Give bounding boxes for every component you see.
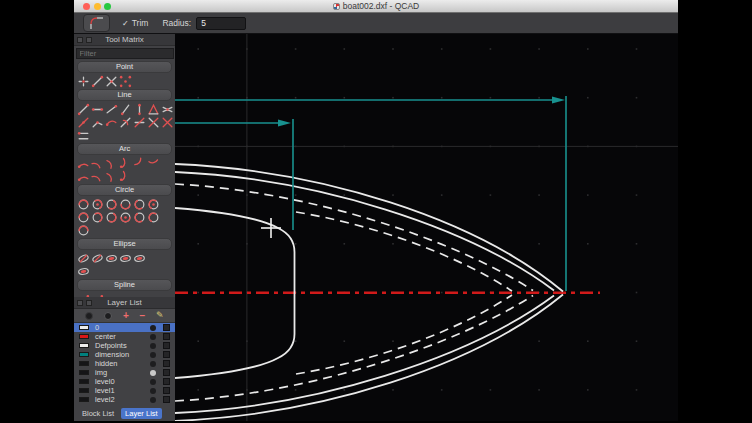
ellipse-tool-icon[interactable]: [91, 251, 104, 264]
point-tool-icon[interactable]: [105, 74, 118, 87]
layer-lock-icon[interactable]: [163, 369, 170, 376]
layer-visibility-icon[interactable]: [150, 379, 156, 385]
arc-tool-icon[interactable]: [147, 156, 160, 169]
circle-tool-icon[interactable]: [147, 197, 160, 210]
line-tool-icon[interactable]: [77, 115, 90, 128]
line-tool-icon[interactable]: [119, 115, 132, 128]
layer-lock-icon[interactable]: [163, 351, 170, 358]
show-all-layers-icon[interactable]: [104, 312, 112, 320]
tab-block-list[interactable]: Block List: [78, 408, 118, 419]
layer-row-Defpoints[interactable]: Defpoints: [74, 341, 175, 350]
section-header-arc[interactable]: Arc: [77, 143, 172, 155]
section-header-spline[interactable]: Spline: [77, 279, 172, 291]
circle-tool-icon[interactable]: [91, 210, 104, 223]
line-tool-icon[interactable]: [133, 115, 146, 128]
layer-visibility-icon[interactable]: [150, 361, 156, 367]
layer-lock-icon[interactable]: [163, 396, 170, 403]
circle-tool-icon[interactable]: [77, 210, 90, 223]
circle-tool-icon[interactable]: [91, 197, 104, 210]
arc-tool-icon[interactable]: [91, 169, 104, 182]
circle-tool-icon[interactable]: [77, 197, 90, 210]
arc-tool-icon[interactable]: [133, 156, 146, 169]
circle-tool-icon[interactable]: [119, 197, 132, 210]
layer-visibility-icon[interactable]: [150, 388, 156, 394]
trim-checkbox[interactable]: ✓ Trim: [122, 18, 148, 28]
line-tool-icon[interactable]: [91, 115, 104, 128]
ellipse-tool-icon[interactable]: [77, 264, 90, 277]
tool-row: [74, 156, 175, 169]
layer-row-level1[interactable]: level1: [74, 386, 175, 395]
ellipse-tool-icon[interactable]: [133, 251, 146, 264]
arc-tool-icon[interactable]: [119, 169, 132, 182]
arc-tool-icon[interactable]: [77, 156, 90, 169]
radius-input[interactable]: [196, 17, 246, 30]
dock-float-icon[interactable]: [77, 300, 83, 306]
tool-filter-input[interactable]: [76, 48, 174, 59]
circle-tool-icon[interactable]: [147, 210, 160, 223]
layer-row-0[interactable]: 0: [74, 323, 175, 332]
point-tool-icon[interactable]: [91, 74, 104, 87]
layer-lock-icon[interactable]: [163, 387, 170, 394]
line-tool-icon[interactable]: [91, 102, 104, 115]
circle-tool-icon[interactable]: [133, 210, 146, 223]
layer-visibility-icon[interactable]: [150, 343, 156, 349]
arc-tool-icon[interactable]: [119, 156, 132, 169]
line-tool-icon[interactable]: [119, 102, 132, 115]
line-tool-icon[interactable]: [105, 115, 118, 128]
section-header-ellipse[interactable]: Ellipse: [77, 238, 172, 250]
circle-tool-icon[interactable]: [119, 210, 132, 223]
ellipse-tool-icon[interactable]: [77, 251, 90, 264]
dock-close-icon[interactable]: [86, 37, 92, 43]
arc-tool-icon[interactable]: [105, 169, 118, 182]
drawing-canvas[interactable]: 5: [175, 34, 678, 421]
arc-tool-icon[interactable]: [105, 156, 118, 169]
dock-close-icon[interactable]: [86, 300, 92, 306]
layer-row-center[interactable]: center: [74, 332, 175, 341]
section-header-circle[interactable]: Circle: [77, 184, 172, 196]
line-tool-icon[interactable]: [77, 102, 90, 115]
arc-tool-icon[interactable]: [91, 156, 104, 169]
edit-layer-icon[interactable]: ✎: [156, 311, 164, 320]
tab-layer-list[interactable]: Layer List: [121, 408, 162, 419]
point-tool-icon[interactable]: [119, 74, 132, 87]
layer-lock-icon[interactable]: [163, 378, 170, 385]
layer-row-img[interactable]: img: [74, 368, 175, 377]
section-header-line[interactable]: Line: [77, 89, 172, 101]
layer-row-hidden[interactable]: hidden: [74, 359, 175, 368]
hide-all-layers-icon[interactable]: [85, 312, 93, 320]
ellipse-tool-icon[interactable]: [119, 251, 132, 264]
line-tool-icon[interactable]: [147, 115, 160, 128]
layer-row-level0[interactable]: level0: [74, 377, 175, 386]
layer-lock-icon[interactable]: [163, 324, 170, 331]
ellipse-tool-icon[interactable]: [105, 251, 118, 264]
layer-visibility-icon[interactable]: [150, 325, 156, 331]
line-tool-icon[interactable]: [133, 102, 146, 115]
point-tool-icon[interactable]: [77, 74, 90, 87]
layer-row-level2[interactable]: level2: [74, 395, 175, 404]
layer-lock-icon[interactable]: [163, 342, 170, 349]
remove-layer-icon[interactable]: −: [139, 311, 145, 320]
layer-visibility-icon[interactable]: [150, 397, 156, 403]
circle-tool-icon[interactable]: [105, 197, 118, 210]
circle-tool-icon[interactable]: [77, 223, 90, 236]
layer-visibility-icon[interactable]: [150, 334, 156, 340]
left-dock: Tool Matrix PointLineArcCircleEllipseSpl…: [74, 34, 176, 421]
section-header-point[interactable]: Point: [77, 61, 172, 73]
line-tool-icon[interactable]: [105, 102, 118, 115]
line-tool-icon[interactable]: [77, 128, 90, 141]
line-tool-icon[interactable]: [161, 115, 174, 128]
layer-visibility-icon[interactable]: [150, 352, 156, 358]
layer-lock-icon[interactable]: [163, 333, 170, 340]
line-tool-icon[interactable]: [147, 102, 160, 115]
dock-float-icon[interactable]: [77, 37, 83, 43]
arc-tool-icon[interactable]: [77, 169, 90, 182]
circle-tool-icon[interactable]: [133, 197, 146, 210]
layer-visibility-icon[interactable]: [150, 370, 156, 376]
fillet-tool-icon[interactable]: [83, 14, 110, 32]
tool-matrix-title: Tool Matrix: [105, 35, 144, 44]
layer-row-dimension[interactable]: dimension: [74, 350, 175, 359]
add-layer-icon[interactable]: +: [123, 311, 129, 320]
line-tool-icon[interactable]: [161, 102, 174, 115]
layer-lock-icon[interactable]: [163, 360, 170, 367]
circle-tool-icon[interactable]: [105, 210, 118, 223]
